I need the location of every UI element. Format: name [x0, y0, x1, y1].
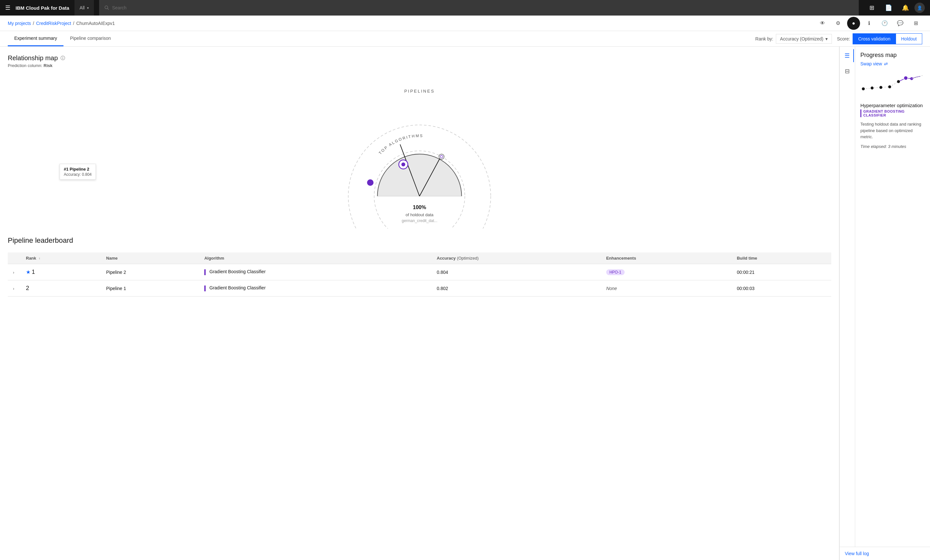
chat-icon[interactable]: 💬 [894, 17, 907, 30]
record-icon[interactable]: ● [847, 17, 860, 30]
grid-icon[interactable]: ⊞ [909, 17, 922, 30]
brand-name: IBM Cloud Pak for Data [15, 5, 69, 11]
enhancements-2: None [601, 280, 732, 297]
hyperparameter-section: Hyperparameter optimization GRADIENT BOO… [861, 103, 925, 149]
search-bar[interactable] [99, 0, 859, 15]
svg-text:PIPELINES: PIPELINES [404, 89, 434, 94]
left-panel: Relationship map ⓘ Prediction column: Ri… [0, 47, 839, 560]
progress-map-title: Progress map [861, 52, 925, 58]
col-expand [8, 252, 21, 264]
relationship-map-title: Relationship map [8, 54, 58, 62]
relationship-map-info-icon[interactable]: ⓘ [60, 55, 65, 61]
settings-icon[interactable]: ⚙ [831, 17, 845, 30]
algorithm-2: Gradient Boosting Classifier [199, 280, 432, 297]
score-label: Score: [837, 36, 850, 42]
leaderboard-section: Pipeline leaderboard Rank ↑ Name Algorit… [0, 229, 839, 304]
expand-row-1-icon[interactable]: › [13, 270, 14, 275]
accuracy-2: 0.802 [432, 280, 601, 297]
svg-point-15 [367, 179, 374, 186]
svg-point-18 [879, 86, 882, 89]
swap-view-label: Swap view [861, 61, 882, 66]
swap-icon: ⇄ [884, 61, 888, 66]
main-layout: Relationship map ⓘ Prediction column: Ri… [0, 47, 930, 560]
chevron-down-icon: ▾ [87, 6, 89, 10]
swap-view-button[interactable]: Swap view ⇄ [861, 61, 925, 66]
leaderboard-title: Pipeline leaderboard [8, 236, 831, 245]
tooltip-title: #1 Pipeline 2 [64, 167, 92, 172]
svg-point-17 [871, 86, 874, 89]
gradient-label: GRADIENT BOOSTING CLASSIFIER [861, 109, 925, 117]
table-row: › 2 Pipeline 1 Gradient Boosting Classif… [8, 280, 831, 297]
relationship-map-section: Relationship map ⓘ Prediction column: Ri… [0, 47, 839, 229]
top-nav-icon-doc[interactable]: 📄 [881, 0, 896, 15]
cross-validation-button[interactable]: Cross validation [853, 33, 896, 45]
view-full-log-link[interactable]: View full log [840, 547, 930, 560]
svg-point-13 [439, 154, 444, 159]
table-row: › ★ 1 Pipeline 2 Gradient Boosting Class… [8, 264, 831, 280]
top-nav-icon-bell[interactable]: 🔔 [898, 0, 913, 15]
time-elapsed: Time elapsed: 3 minutes [861, 144, 925, 149]
search-input[interactable] [112, 5, 854, 10]
build-time-1: 00:00:21 [731, 264, 831, 280]
svg-point-0 [105, 6, 108, 9]
rank-by-value: Accuracy (Optimized) [780, 36, 824, 42]
tab-bar: Experiment summary Pipeline comparison R… [0, 31, 930, 47]
top-nav-icons: ⊞ 📄 🔔 👤 [864, 0, 925, 15]
info-icon[interactable]: ℹ [863, 17, 876, 30]
svg-point-20 [897, 80, 900, 83]
breadcrumb-projects[interactable]: My projects [8, 21, 31, 26]
rank-chevron-icon: ▾ [825, 36, 828, 42]
expand-row-2-icon[interactable]: › [13, 286, 14, 291]
build-time-2: 00:00:03 [731, 280, 831, 297]
right-panel: ☰ ⊟ Progress map Swap view ⇄ [839, 47, 930, 560]
breadcrumb-actions: 👁 ⚙ ● ℹ 🕐 💬 ⊞ [816, 17, 922, 30]
breadcrumb-current: ChurnAutoAIExpv1 [76, 21, 115, 26]
progress-chart-svg [861, 72, 925, 97]
history-icon[interactable]: 🕐 [878, 17, 891, 30]
progress-chart [861, 72, 925, 97]
relationship-map-diagram: #1 Pipeline 2 Accuracy: 0.804 PIPELINES … [8, 73, 831, 229]
tab-pipeline-comparison[interactable]: Pipeline comparison [63, 31, 117, 46]
breadcrumb-sep-2: / [73, 21, 74, 26]
rank-sort-icon[interactable]: ↑ [38, 257, 40, 260]
panel-filter-icon[interactable]: ⊟ [841, 65, 854, 78]
hamburger-menu[interactable]: ☰ [5, 4, 10, 11]
svg-text:100%: 100% [413, 205, 426, 210]
diagram-svg: PIPELINES TOP ALGORITHMS 100% of [8, 73, 831, 229]
scope-selector[interactable]: All ▾ [74, 0, 94, 15]
breadcrumb: My projects / CreditRiskProject / ChurnA… [8, 21, 115, 26]
star-icon-row-1[interactable]: ★ [26, 269, 31, 275]
tooltip-accuracy: Accuracy: 0.804 [64, 172, 92, 177]
prediction-column: Prediction column: Risk [8, 63, 831, 68]
svg-point-19 [888, 85, 891, 88]
right-panel-icon-bar: ☰ ⊟ [840, 47, 855, 547]
svg-line-1 [108, 8, 109, 10]
col-accuracy: Accuracy (Optimized) [432, 252, 601, 264]
col-rank: Rank ↑ [21, 252, 101, 264]
breadcrumb-bar: My projects / CreditRiskProject / ChurnA… [0, 15, 930, 31]
pipeline-name-2: Pipeline 1 [101, 280, 199, 297]
top-nav-icon-user[interactable]: 👤 [915, 3, 925, 13]
algo-bar-icon-2 [204, 286, 206, 291]
enhancements-1: HPO-1 [601, 264, 732, 280]
svg-text:of holdout data: of holdout data [405, 212, 434, 217]
right-panel-wrapper: ☰ ⊟ Progress map Swap view ⇄ [840, 47, 930, 547]
top-nav-icon-screen[interactable]: ⊞ [864, 0, 879, 15]
hpo-badge: HPO-1 [606, 269, 625, 275]
tab-experiment-summary[interactable]: Experiment summary [8, 31, 63, 46]
breadcrumb-sep-1: / [33, 21, 34, 26]
col-name: Name [101, 252, 199, 264]
search-icon [104, 5, 109, 10]
rank-by-select[interactable]: Accuracy (Optimized) ▾ [776, 34, 832, 44]
breadcrumb-project[interactable]: CreditRiskProject [36, 21, 71, 26]
eye-icon[interactable]: 👁 [816, 17, 829, 30]
rank-1: 1 [32, 269, 35, 275]
holdout-button[interactable]: Holdout [896, 33, 922, 45]
col-enhancements: Enhancements [601, 252, 732, 264]
hyperparameter-title: Hyperparameter optimization [861, 103, 925, 108]
algorithm-1: Gradient Boosting Classifier [199, 264, 432, 280]
svg-text:german_credit_dat...: german_credit_dat... [402, 218, 437, 223]
panel-list-icon[interactable]: ☰ [841, 49, 854, 62]
svg-point-16 [862, 88, 865, 90]
pipeline-tooltip: #1 Pipeline 2 Accuracy: 0.804 [60, 164, 96, 180]
